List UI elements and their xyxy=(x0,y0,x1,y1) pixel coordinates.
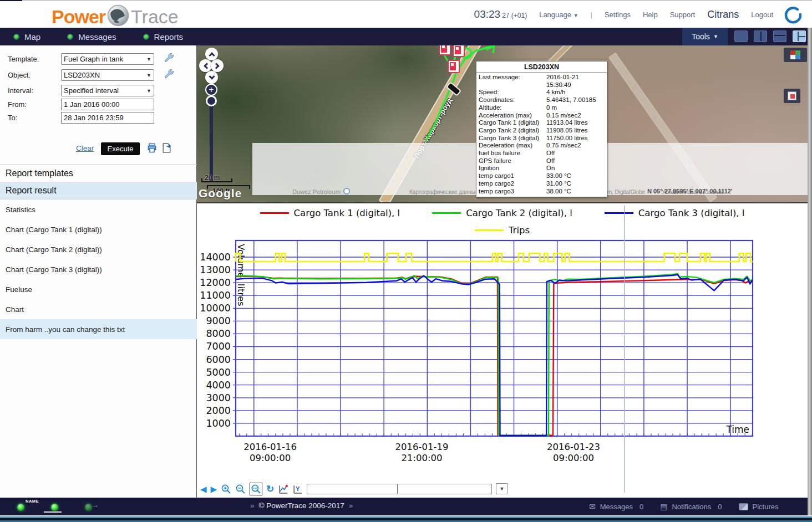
pictures-icon xyxy=(739,503,748,510)
chevron-left-icon xyxy=(204,63,210,69)
tooltip-row: temp cargo338.00 °C xyxy=(479,188,605,196)
chart-toolbar: ◀ ▶ ↻ Y ▼ xyxy=(200,482,507,496)
chevron-icon[interactable]: » xyxy=(250,501,255,510)
tooltip-row-label: fuel bus failure xyxy=(479,150,546,157)
tooltip-row-value: Off xyxy=(546,157,605,165)
language-menu[interactable]: Language ▼ xyxy=(539,11,578,19)
list-item[interactable]: Statistics xyxy=(0,199,197,219)
chart-line-mode-icon[interactable] xyxy=(278,484,288,494)
svg-text:09:00:00: 09:00:00 xyxy=(553,453,594,463)
tooltip-row: Cargo Tank 1 (digital)11913.04 litres xyxy=(479,119,605,127)
status-led-3[interactable] xyxy=(85,504,92,511)
print-icon[interactable] xyxy=(146,142,158,156)
map-layers-button[interactable] xyxy=(784,48,807,62)
cursor-coordinates: N 05° 27.8595' E 007° 00.1112' xyxy=(647,188,733,195)
support-link[interactable]: Support xyxy=(670,11,696,19)
map-zoom-slider[interactable] xyxy=(206,95,217,106)
chart-series-dropdown[interactable]: ▼ xyxy=(496,483,507,494)
pan-left-button[interactable] xyxy=(199,59,212,72)
layout-mixed-icon[interactable] xyxy=(793,30,806,42)
tooltip-row: Cargo Tank 2 (digital)11908.05 litres xyxy=(479,127,605,135)
chevron-right-icon xyxy=(213,63,219,69)
legend-item: Cargo Tank 2 (digital), l xyxy=(432,208,572,218)
status-led-1[interactable] xyxy=(17,504,24,511)
object-wrench-icon[interactable] xyxy=(164,69,174,81)
header: Power Trace 03:2327 (+01) Language ▼ | S… xyxy=(0,1,812,28)
list-item[interactable]: Fueluse xyxy=(0,279,197,299)
layout-single-icon[interactable] xyxy=(734,30,748,42)
to-date-input[interactable] xyxy=(61,112,154,124)
legend-label: Cargo Tank 3 (digital), l xyxy=(638,208,745,218)
chart-filter-input[interactable] xyxy=(398,484,492,494)
nav-item-label: Reports xyxy=(154,32,184,42)
footer-status-items: ✉ Messages0 ▤ Notifications0 Pictures xyxy=(589,498,778,515)
list-item[interactable]: Chart (Cargo Tank 3 (digital)) xyxy=(0,259,197,279)
header-links: 03:2327 (+01) Language ▼ | Settings Help… xyxy=(474,1,773,28)
pan-up-button[interactable] xyxy=(205,48,218,60)
fuel-station-marker[interactable] xyxy=(453,45,465,57)
nav-item-messages[interactable]: Messages xyxy=(54,28,129,45)
chart-refresh-icon[interactable]: ↻ xyxy=(266,484,274,494)
from-date-input[interactable] xyxy=(61,99,154,110)
list-item[interactable]: Chart (Cargo Tank 2 (digital)) xyxy=(0,239,197,259)
legend-line-swatch xyxy=(260,212,289,214)
chart-next-button[interactable]: ▶ xyxy=(211,485,217,493)
map-marker-button[interactable] xyxy=(784,89,800,103)
map-zoom-track[interactable] xyxy=(210,101,213,181)
chart-zoom-in-icon[interactable] xyxy=(221,484,231,494)
account-name[interactable]: Citrans xyxy=(707,9,739,21)
clear-link[interactable]: Clear xyxy=(76,144,94,152)
chart-y-axis-icon[interactable]: Y xyxy=(292,484,303,494)
chevron-down-icon: ▼ xyxy=(146,57,151,62)
tools-menu[interactable]: Tools▼ xyxy=(682,28,728,45)
list-item[interactable]: Chart (Cargo Tank 1 (digital)) xyxy=(0,219,197,239)
chart-zoom-select-icon[interactable] xyxy=(250,483,262,495)
pictures-status[interactable]: Pictures xyxy=(739,503,779,511)
object-select[interactable]: LSD203XN▼ xyxy=(61,69,154,81)
settings-link[interactable]: Settings xyxy=(605,11,631,19)
layout-hsplit-icon[interactable] xyxy=(773,30,786,42)
help-link[interactable]: Help xyxy=(643,11,658,19)
svg-text:8000: 8000 xyxy=(206,328,231,339)
layout-vsplit-icon[interactable] xyxy=(754,30,767,42)
radio-dot-icon xyxy=(143,34,149,40)
chart-search-input[interactable] xyxy=(307,484,398,494)
chart-zoom-out-icon[interactable] xyxy=(235,484,246,494)
nav-item-reports[interactable]: Reports xyxy=(130,28,197,45)
tooltip-row: temp cargo133.00 °C xyxy=(479,172,605,180)
fuel-station-marker[interactable] xyxy=(439,45,451,55)
notifications-status[interactable]: ▤ Notifications0 xyxy=(660,502,722,511)
status-led-2[interactable] xyxy=(51,504,58,511)
chart-prev-button[interactable]: ◀ xyxy=(200,485,207,493)
nav-items: MapMessagesReports xyxy=(0,28,196,45)
export-report-icon[interactable] xyxy=(161,142,172,156)
legend-label: Trips xyxy=(509,225,530,236)
template-wrench-icon[interactable] xyxy=(164,53,174,65)
messages-status[interactable]: ✉ Messages0 xyxy=(589,502,643,511)
list-item[interactable]: From harm ..you can change this txt xyxy=(0,319,197,339)
template-select[interactable]: Fuel Graph in tank▼ xyxy=(61,53,154,65)
tooltip-row-label: Cargo Tank 1 (digital) xyxy=(479,119,546,127)
pan-right-button[interactable] xyxy=(211,59,224,72)
execute-button[interactable]: Execute xyxy=(101,142,140,155)
tooltip-row: Altitude:0 m xyxy=(479,104,605,112)
svg-text:9000: 9000 xyxy=(206,315,231,326)
list-item[interactable]: Chart xyxy=(0,299,197,319)
chevron-icon[interactable]: » xyxy=(349,501,353,510)
radio-dot-icon xyxy=(67,34,73,40)
svg-text:11000: 11000 xyxy=(200,290,231,301)
tooltip-row-value: 0.15 m/sec2 xyxy=(546,112,605,120)
tooltip-row: fuel bus failureOff xyxy=(479,150,605,157)
tooltip-row-value: 33.00 °C xyxy=(546,172,605,180)
pan-down-button[interactable] xyxy=(205,71,218,84)
nav-item-map[interactable]: Map xyxy=(0,28,54,45)
section-report-templates[interactable]: Report templates xyxy=(0,164,197,182)
chart-legend-row1: Cargo Tank 1 (digital), lCargo Tank 2 (d… xyxy=(197,208,808,218)
section-report-result[interactable]: Report result xyxy=(0,182,197,199)
interval-select[interactable]: Specified interval▼ xyxy=(61,85,154,96)
map-zoom-in-button[interactable]: + xyxy=(205,84,217,96)
fuel-station-marker[interactable] xyxy=(448,60,460,73)
logout-link[interactable]: Logout xyxy=(751,11,773,19)
map-panel[interactable]: Порт-Харкорт-роуд + 20 m 100 ft Google D… xyxy=(197,45,808,202)
svg-text:3000: 3000 xyxy=(206,392,231,403)
